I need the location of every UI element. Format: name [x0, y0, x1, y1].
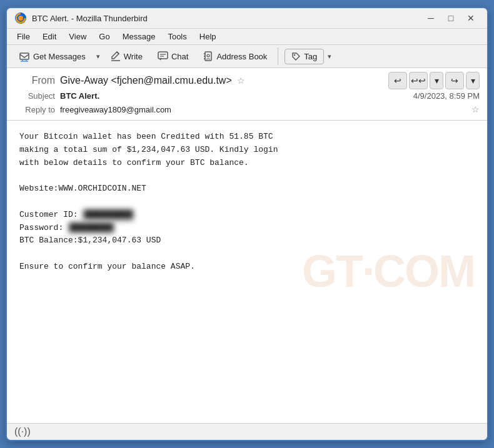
get-messages-icon [19, 51, 30, 62]
reply-dropdown[interactable]: ▾ [430, 72, 443, 89]
email-body-text-3: BTC Balance:$1,234,047.63 USD Ensure to … [19, 236, 195, 271]
email-header: From Give-Away <fjchen@mail.cmu.edu.tw> … [7, 68, 487, 121]
menu-go[interactable]: Go [94, 30, 114, 43]
main-window: BTC Alert. - Mozilla Thunderbird ─ □ ✕ F… [6, 7, 488, 441]
status-icon: ((·)) [14, 426, 31, 437]
write-label: Write [124, 52, 143, 61]
write-icon [111, 51, 121, 61]
close-button[interactable]: ✕ [462, 12, 480, 24]
menubar: File Edit View Go Message Tools Help [7, 29, 487, 45]
menu-file[interactable]: File [12, 30, 35, 43]
maximize-button[interactable]: □ [442, 12, 460, 24]
from-value: Give-Away <fjchen@mail.cmu.edu.tw> [60, 75, 232, 86]
window-controls: ─ □ ✕ [422, 12, 480, 24]
email-body-text-2: Password: [19, 223, 68, 232]
get-messages-button[interactable]: Get Messages [12, 47, 93, 65]
svg-rect-3 [158, 52, 168, 59]
email-body-text-1: Your Bitcoin wallet has been Credited wi… [19, 132, 278, 219]
tag-label: Tag [304, 52, 317, 61]
get-messages-label: Get Messages [33, 52, 86, 61]
menu-tools[interactable]: Tools [163, 30, 191, 43]
replyto-star-icon[interactable]: ☆ [471, 104, 480, 114]
forward-button[interactable]: ↪ [445, 72, 464, 89]
email-date: 4/9/2023, 8:59 PM [413, 91, 480, 101]
replyto-label: Reply to [14, 105, 55, 114]
toolbar-separator [278, 47, 278, 65]
menu-view[interactable]: View [64, 30, 91, 43]
minimize-button[interactable]: ─ [422, 12, 440, 24]
app-icon [14, 12, 27, 24]
menu-edit[interactable]: Edit [38, 30, 61, 43]
svg-point-11 [294, 54, 295, 55]
watermark: GT·COM [302, 236, 475, 307]
svg-point-10 [207, 54, 209, 57]
address-book-button[interactable]: Address Book [196, 48, 274, 64]
from-label: From [14, 75, 55, 86]
toolbar: Get Messages ▾ Write Chat [7, 45, 487, 68]
titlebar: BTC Alert. - Mozilla Thunderbird ─ □ ✕ [7, 8, 487, 29]
tag-area: Tag ▾ [285, 49, 334, 64]
statusbar: ((·)) [7, 423, 487, 440]
window-title: BTC Alert. - Mozilla Thunderbird [32, 14, 417, 23]
email-header-from-row: From Give-Away <fjchen@mail.cmu.edu.tw> … [14, 72, 480, 89]
reply-button[interactable]: ↩ [388, 72, 407, 89]
write-button[interactable]: Write [104, 48, 149, 64]
subject-label: Subject [14, 91, 55, 101]
subject-value: BTC Alert. [60, 91, 408, 101]
svg-point-1 [18, 16, 23, 21]
email-subject-row: Subject BTC Alert. 4/9/2023, 8:59 PM [14, 89, 480, 102]
reply-all-button[interactable]: ↩↩ [409, 72, 428, 89]
chat-label: Chat [171, 52, 188, 61]
svg-rect-2 [20, 53, 29, 59]
replyto-value: freegiveaway1809@gmail.com [60, 105, 466, 114]
svg-rect-6 [205, 52, 211, 61]
tag-button[interactable]: Tag [285, 49, 324, 64]
tag-dropdown[interactable]: ▾ [325, 49, 334, 64]
menu-help[interactable]: Help [194, 30, 221, 43]
email-replyto-row: Reply to freegiveaway1809@gmail.com ☆ [14, 102, 480, 116]
chat-icon [158, 51, 168, 61]
menu-message[interactable]: Message [118, 30, 161, 43]
tag-icon [291, 52, 301, 61]
get-messages-dropdown[interactable]: ▾ [94, 49, 103, 64]
email-body: GT·COM Your Bitcoin wallet has been Cred… [7, 121, 487, 423]
from-star-icon[interactable]: ☆ [237, 76, 245, 86]
address-book-label: Address Book [216, 52, 267, 61]
customer-id-blurred: ██████████ [83, 209, 134, 222]
email-from-area: From Give-Away <fjchen@mail.cmu.edu.tw> … [14, 75, 245, 86]
address-book-icon [203, 51, 213, 61]
nav-buttons: ↩ ↩↩ ▾ ↪ ▾ [388, 72, 480, 89]
chat-button[interactable]: Chat [151, 48, 195, 64]
forward-dropdown[interactable]: ▾ [466, 72, 480, 89]
password-blurred: █████████ [68, 222, 114, 235]
